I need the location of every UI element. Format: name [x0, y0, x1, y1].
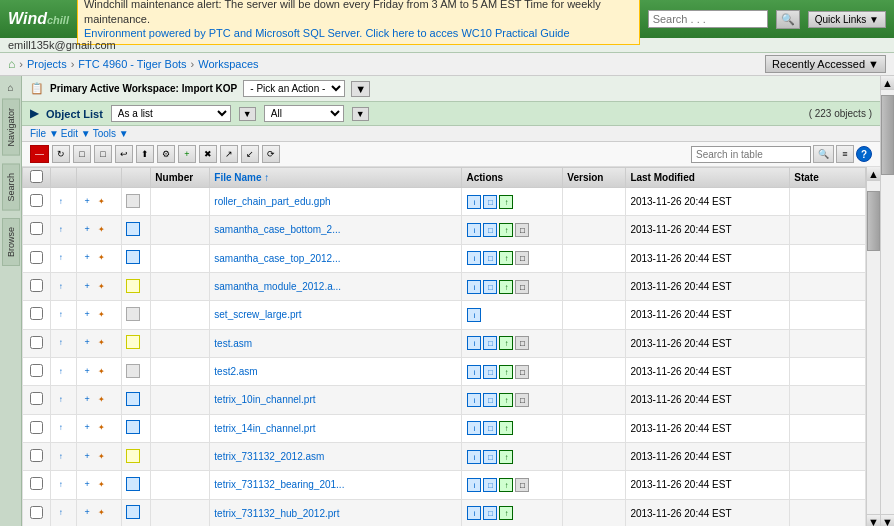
row-filename-cell[interactable]: tetrix_14in_channel.prt [210, 414, 462, 442]
row-filename-cell[interactable]: set_screw_large.prt [210, 301, 462, 329]
checkin-icon[interactable]: □ [483, 251, 497, 265]
action-dropdown[interactable]: - Pick an Action - [243, 80, 345, 97]
row-checkbox[interactable] [30, 506, 43, 519]
table-columns-button[interactable]: ≡ [836, 145, 854, 163]
upload-icon[interactable]: ↑ [499, 506, 513, 520]
help-button[interactable]: ? [856, 146, 872, 162]
table-search-button[interactable]: 🔍 [813, 145, 834, 163]
row-checkbox[interactable] [30, 336, 43, 349]
upload-icon[interactable]: ↑ [499, 223, 513, 237]
checkin-icon[interactable]: □ [483, 280, 497, 294]
type-filter-select[interactable]: All [264, 105, 344, 122]
row-filename-cell[interactable]: roller_chain_part_edu.gph [210, 188, 462, 216]
row-checkbox[interactable] [30, 222, 43, 235]
object-list-expand-icon[interactable]: ▶ [30, 107, 38, 120]
checkin-icon[interactable]: □ [483, 365, 497, 379]
row-checkbox[interactable] [30, 364, 43, 377]
scroll-up-button[interactable]: ▲ [867, 167, 880, 181]
row-up-icon[interactable]: ↑ [55, 395, 67, 407]
row-star-icon[interactable]: ✦ [96, 253, 108, 265]
row-filename-cell[interactable]: tetrix_731132_bearing_201... [210, 471, 462, 499]
checkout-button[interactable]: □ [94, 145, 112, 163]
col-number-header[interactable]: Number [151, 168, 210, 188]
upload-icon[interactable]: ↑ [499, 478, 513, 492]
scroll-thumb[interactable] [867, 191, 880, 251]
checkin-icon[interactable]: □ [483, 195, 497, 209]
right-scroll-track[interactable] [881, 90, 894, 514]
row-filename-cell[interactable]: samantha_module_2012.a... [210, 272, 462, 300]
row-plus-icon[interactable]: + [81, 281, 93, 293]
row-plus-icon[interactable]: + [81, 196, 93, 208]
import-button[interactable]: ↙ [241, 145, 259, 163]
row-checkbox-cell[interactable] [23, 386, 51, 414]
select-all-checkbox[interactable] [30, 170, 43, 183]
upload-icon[interactable]: ↑ [499, 336, 513, 350]
row-checkbox-cell[interactable] [23, 244, 51, 272]
row-up-icon[interactable]: ↑ [55, 508, 67, 520]
row-up-icon[interactable]: ↑ [55, 310, 67, 322]
more-icon[interactable]: □ [515, 478, 529, 492]
refresh-icon-btn[interactable]: ↻ [52, 145, 70, 163]
row-checkbox[interactable] [30, 307, 43, 320]
row-checkbox-cell[interactable] [23, 499, 51, 526]
properties-button[interactable]: ⚙ [157, 145, 175, 163]
table-scrollbar[interactable]: ▲ ▼ [866, 167, 880, 526]
breadcrumb-workspaces[interactable]: Workspaces [198, 58, 258, 70]
search-input[interactable] [648, 10, 768, 28]
info-icon[interactable]: i [467, 421, 481, 435]
checkin-icon[interactable]: □ [483, 450, 497, 464]
table-search-input[interactable] [691, 146, 811, 163]
checkin-icon[interactable]: □ [483, 506, 497, 520]
row-checkbox-cell[interactable] [23, 442, 51, 470]
row-checkbox-cell[interactable] [23, 357, 51, 385]
filter-arrow-icon[interactable]: ▼ [239, 107, 256, 121]
reload-button[interactable]: ⟳ [262, 145, 280, 163]
export-button[interactable]: ↗ [220, 145, 238, 163]
row-plus-icon[interactable]: + [81, 309, 93, 321]
type-filter-arrow-icon[interactable]: ▼ [352, 107, 369, 121]
right-scroll-thumb[interactable] [881, 95, 894, 175]
row-filename-cell[interactable]: samantha_case_bottom_2... [210, 216, 462, 244]
row-plus-icon[interactable]: + [81, 252, 93, 264]
more-icon[interactable]: □ [515, 223, 529, 237]
row-filename-cell[interactable]: tetrix_731132_hub_2012.prt [210, 499, 462, 526]
right-scroll-down[interactable]: ▼ [881, 514, 894, 526]
row-star-icon[interactable]: ✦ [96, 338, 108, 350]
row-checkbox[interactable] [30, 279, 43, 292]
row-checkbox-cell[interactable] [23, 216, 51, 244]
row-star-icon[interactable]: ✦ [96, 395, 108, 407]
view-filter-select[interactable]: As a list [111, 105, 231, 122]
row-up-icon[interactable]: ↑ [55, 197, 67, 209]
browse-label[interactable]: Browse [2, 218, 20, 266]
row-star-icon[interactable]: ✦ [96, 508, 108, 520]
row-checkbox-cell[interactable] [23, 301, 51, 329]
info-icon[interactable]: i [467, 365, 481, 379]
row-up-icon[interactable]: ↑ [55, 338, 67, 350]
row-up-icon[interactable]: ↑ [55, 282, 67, 294]
col-select-all[interactable] [23, 168, 51, 188]
row-plus-icon[interactable]: + [81, 422, 93, 434]
checkin-icon[interactable]: □ [483, 336, 497, 350]
file-menu[interactable]: File ▼ [30, 128, 59, 139]
upload-button[interactable]: ⬆ [136, 145, 154, 163]
more-icon[interactable]: □ [515, 336, 529, 350]
row-checkbox[interactable] [30, 449, 43, 462]
right-scrollbar[interactable]: ▲ ▼ [880, 76, 894, 526]
right-scroll-up[interactable]: ▲ [881, 76, 894, 90]
row-star-icon[interactable]: ✦ [96, 225, 108, 237]
row-filename-cell[interactable]: samantha_case_top_2012... [210, 244, 462, 272]
info-icon[interactable]: i [467, 506, 481, 520]
upload-icon[interactable]: ↑ [499, 393, 513, 407]
row-plus-icon[interactable]: + [81, 366, 93, 378]
checkin-button[interactable]: □ [73, 145, 91, 163]
add-button[interactable]: + [178, 145, 196, 163]
row-checkbox-cell[interactable] [23, 471, 51, 499]
edit-menu[interactable]: Edit ▼ [61, 128, 91, 139]
row-checkbox-cell[interactable] [23, 329, 51, 357]
home-icon[interactable]: ⌂ [8, 57, 15, 71]
breadcrumb-projects[interactable]: Projects [27, 58, 67, 70]
remove-button[interactable]: ✖ [199, 145, 217, 163]
row-checkbox[interactable] [30, 477, 43, 490]
row-up-icon[interactable]: ↑ [55, 480, 67, 492]
more-icon[interactable]: □ [515, 280, 529, 294]
